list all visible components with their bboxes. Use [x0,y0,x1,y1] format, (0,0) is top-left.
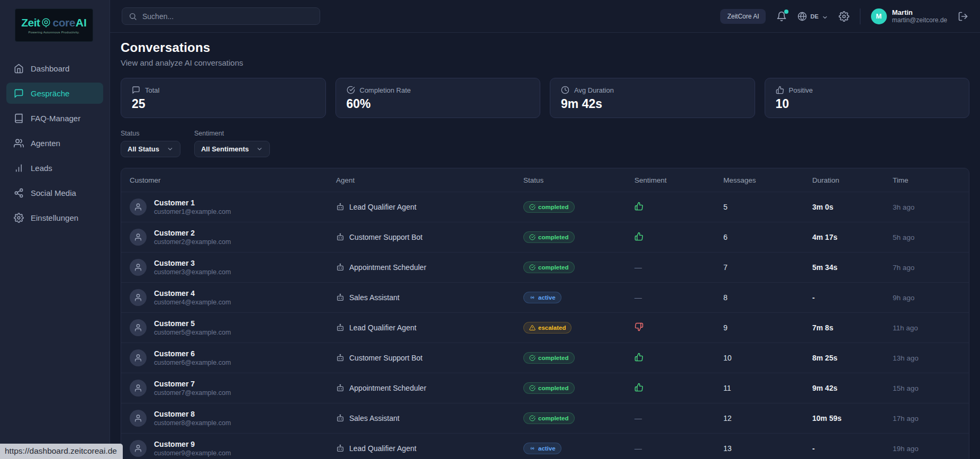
bot-icon [336,414,344,422]
thumbs-up-icon [634,383,643,392]
status-label: completed [538,415,569,421]
column-header-duration: Duration [812,176,893,184]
clock-icon [561,86,569,94]
sidebar-item-label: Einstellungen [31,213,78,222]
messages-count: 8 [723,293,812,302]
customer-name: Customer 9 [154,440,231,449]
customer-email: customer5@example.com [154,328,231,337]
person-icon [134,293,142,302]
messages-count: 7 [723,263,812,272]
customer-name: Customer 8 [154,410,231,419]
table-row[interactable]: Customer 9customer9@example.comLead Qual… [121,433,969,459]
person-icon [134,354,142,362]
browser-status-url: https://dashboard.zeitcoreai.de [0,444,123,459]
person-icon [134,233,142,241]
column-header-messages: Messages [723,176,812,184]
search-input[interactable] [142,12,313,21]
sidebar-item-gespräche[interactable]: Gespräche [6,83,103,104]
table-row[interactable]: Customer 1customer1@example.comLead Qual… [121,192,969,222]
sentiment-filter-label: Sentiment [194,130,270,137]
user-avatar: M [871,8,887,24]
column-header-status: Status [523,176,634,184]
sidebar-item-social-media[interactable]: Social Media [6,182,103,203]
radio-icon [529,445,536,452]
status-label: active [538,445,556,452]
status-badge: completed [523,231,575,243]
sentiment-cell: — [634,413,723,423]
time-value: 15h ago [893,384,960,392]
time-value: 11h ago [893,324,960,332]
table-row[interactable]: Customer 8customer8@example.comSales Ass… [121,403,969,433]
globe-icon [797,12,807,21]
brand-wordmark: Zeit core AI [21,16,87,29]
home-icon [14,64,24,74]
status-filter-select[interactable]: All Status [121,141,180,157]
brain-icon [40,17,52,29]
workspace-badge: ZeitCore AI [720,9,766,24]
messages-count: 12 [723,414,812,422]
table-row[interactable]: Customer 3customer3@example.comAppointme… [121,252,969,282]
agent-name: Lead Qualifier Agent [349,323,416,332]
avatar [130,229,147,246]
language-selector[interactable]: DE [797,12,828,21]
share-icon [14,188,24,198]
stat-value: 9m 42s [561,97,744,111]
chart-icon [14,163,24,173]
bot-icon [336,233,344,241]
book-icon [14,113,24,123]
sentiment-filter-select[interactable]: All Sentiments [194,141,270,157]
avatar [130,259,147,276]
customer-email: customer4@example.com [154,298,231,307]
warning-icon [529,325,536,331]
sentiment-none: — [634,293,642,302]
sidebar-item-einstellungen[interactable]: Einstellungen [6,207,103,228]
status-label: completed [538,234,569,240]
stat-card-completion-rate: Completion Rate60% [335,78,541,118]
brand-logo[interactable]: Zeit core AI Powering Autonmous Producti… [15,8,93,42]
logout-button[interactable] [958,11,968,22]
status-badge: escalated [523,322,571,334]
agent-cell: Appointment Scheduler [336,263,523,272]
settings-button[interactable] [839,11,849,22]
agent-name: Sales Assistant [349,293,400,302]
customer-name: Customer 3 [154,259,231,268]
sidebar-item-dashboard[interactable]: Dashboard [6,58,103,79]
table-row[interactable]: Customer 5customer5@example.comLead Qual… [121,312,969,343]
customer-name: Customer 6 [154,349,231,358]
radio-icon [529,294,536,301]
status-label: completed [538,204,569,210]
status-label: completed [538,385,569,391]
table-row[interactable]: Customer 2customer2@example.comCustomer … [121,222,969,252]
thumbs-up-icon [634,202,643,211]
customer-name: Customer 2 [154,229,231,238]
messages-count: 13 [723,444,812,453]
chevron-down-icon [167,146,174,152]
time-value: 7h ago [893,264,960,272]
sidebar-item-label: Gespräche [31,89,69,98]
notifications-button[interactable] [776,11,787,22]
chat-icon [132,86,140,94]
status-label: escalated [538,325,566,331]
customer-cell: Customer 6customer6@example.com [130,349,336,367]
sidebar-item-faq-manager[interactable]: FAQ-Manager [6,107,103,129]
sidebar-item-label: Social Media [31,188,76,197]
sentiment-none: — [634,263,642,272]
messages-count: 6 [723,233,812,241]
sidebar-item-agenten[interactable]: Agenten [6,132,103,154]
customer-cell: Customer 3customer3@example.com [130,259,336,276]
sidebar-item-leads[interactable]: Leads [6,157,103,178]
sidebar-item-label: Dashboard [31,64,69,73]
user-menu[interactable]: M Martin martin@zeitcore.de [871,8,947,24]
user-email: martin@zeitcore.de [892,16,947,24]
table-row[interactable]: Customer 4customer4@example.comSales Ass… [121,282,969,312]
stat-label: Total [145,86,159,94]
topbar-divider [860,8,860,24]
bot-icon [336,323,344,332]
sentiment-cell: — [634,293,723,302]
table-row[interactable]: Customer 6customer6@example.comCustomer … [121,343,969,373]
sidebar: Zeit core AI Powering Autonmous Producti… [0,0,110,459]
table-row[interactable]: Customer 7customer7@example.comAppointme… [121,373,969,403]
agent-cell: Customer Support Bot [336,354,523,362]
conversations-table: Customer Agent Status Sentiment Messages… [121,168,969,459]
sentiment-cell [634,202,723,213]
